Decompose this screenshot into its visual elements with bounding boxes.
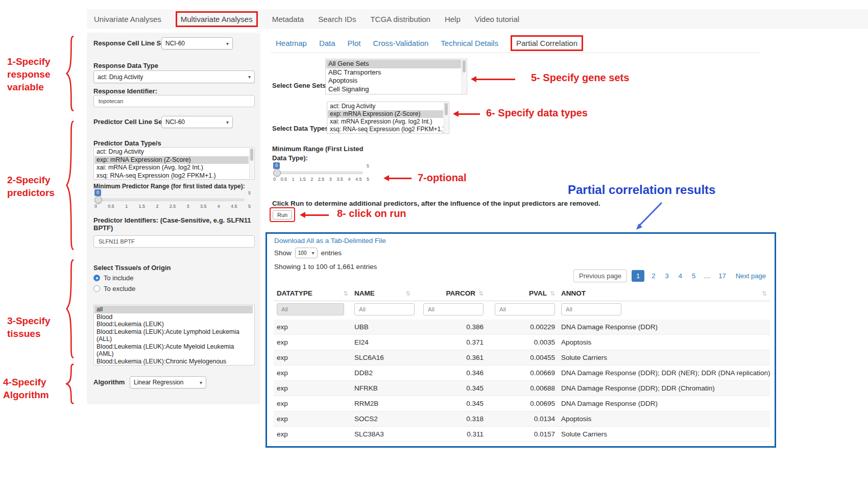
- table-filter-row: [274, 301, 770, 320]
- slider-value-badge: 0: [94, 189, 101, 196]
- predictor-range-slider[interactable]: 0 5 00.511.522.533.544.55: [94, 189, 251, 210]
- table-row[interactable]: expUBB0.3860.00229DNA Damage Response (D…: [274, 320, 770, 335]
- tissue-list[interactable]: allBloodBlood:Leukemia (LEUK)Blood:Leuke…: [93, 305, 255, 365]
- next-page-button[interactable]: Next page: [733, 270, 768, 282]
- show-entries-value: 100: [298, 250, 307, 256]
- option-blood-leukemia-leuk-acute-lymphoid-leukemia-all[interactable]: Blood:Leukemia (LEUK):Acute Lymphoid Leu…: [94, 328, 253, 343]
- nav-item-multivariate-analyses[interactable]: Multivariate Analyses: [176, 11, 258, 27]
- option-exp-mrna-expression-z-score[interactable]: exp: mRNA Expression (Z-Score): [94, 156, 249, 164]
- response-data-type-select[interactable]: act: Drug Activity ▾: [93, 70, 255, 83]
- slider-track[interactable]: [95, 199, 245, 201]
- page-button-4[interactable]: 4: [676, 270, 685, 282]
- radio-button-icon[interactable]: [93, 285, 100, 292]
- scrollbar[interactable]: [249, 148, 254, 179]
- scrollbar-thumb[interactable]: [250, 149, 253, 161]
- previous-page-button[interactable]: Previous page: [573, 270, 627, 282]
- nav-item-univariate-analyses[interactable]: Univariate Analyses: [94, 15, 161, 23]
- radio-to-exclude[interactable]: To exclude: [93, 285, 135, 292]
- sort-icon[interactable]: ⇅: [343, 290, 348, 297]
- scrollbar-thumb[interactable]: [463, 60, 466, 72]
- tab-technical-details[interactable]: Technical Details: [441, 39, 498, 47]
- option-act-drug-activity[interactable]: act: Drug Activity: [328, 103, 443, 110]
- column-header-name[interactable]: NAME⇅: [351, 287, 414, 301]
- annotation-step7: 7-optional: [418, 172, 467, 184]
- table-row[interactable]: expSOCS20.3180.0134Apoptosis: [274, 411, 770, 427]
- page-button-1[interactable]: 1: [632, 270, 644, 282]
- min-range-slider[interactable]: 0 5 00.511.522.533.544.55: [273, 162, 369, 183]
- nav-item-help[interactable]: Help: [445, 15, 461, 23]
- column-header-datatype[interactable]: DATATYPE⇅: [274, 287, 351, 301]
- scrollbar-thumb[interactable]: [445, 103, 448, 115]
- data-types-list[interactable]: act: Drug Activityexp: mRNA Expression (…: [327, 102, 449, 134]
- filter-input-pval[interactable]: [495, 303, 555, 315]
- option-act-drug-activity[interactable]: act: Drug Activity: [94, 148, 249, 156]
- nav-item-tcga-distribution[interactable]: TCGA distribution: [370, 15, 430, 23]
- nav-item-search-ids[interactable]: Search IDs: [318, 15, 356, 23]
- option-xai-mrna-expression-avg-log2-int[interactable]: xai: mRNA Expression (Avg. log2 Int.): [328, 118, 443, 126]
- predictor-data-type-list[interactable]: act: Drug Activityexp: mRNA Expression (…: [93, 147, 255, 180]
- option-cell-signaling[interactable]: Cell Signaling: [326, 85, 461, 94]
- nav-item-video-tutorial[interactable]: Video tutorial: [475, 15, 519, 23]
- table-row[interactable]: expSLC6A160.3610.00455Solute Carriers: [274, 350, 770, 365]
- tab-plot[interactable]: Plot: [348, 39, 361, 47]
- option-all-gene-sets[interactable]: All Gene Sets: [326, 60, 461, 68]
- filter-cell-datatype: [274, 301, 351, 320]
- run-instruction: Click Run to determine additional predic…: [272, 200, 600, 207]
- response-cell-line-set-select[interactable]: NCI-60 ▾: [161, 37, 233, 50]
- option-blood-leukemia-leuk-acute-myeloid-leukemia-aml[interactable]: Blood:Leukemia (LEUK):Acute Myeloid Leuk…: [94, 343, 253, 358]
- column-header-annot[interactable]: ANNOT⇅: [558, 287, 770, 301]
- slider-handle[interactable]: [273, 169, 281, 177]
- option-apoptosis[interactable]: Apoptosis: [326, 77, 461, 85]
- gene-sets-list[interactable]: All Gene SetsABC TransportersApoptosisCe…: [325, 59, 467, 94]
- predictor-cell-line-set-select[interactable]: NCI-60 ▾: [161, 116, 233, 128]
- predictor-identifiers-input[interactable]: SLFN11 BPTF: [93, 235, 255, 248]
- tab-cross-validation[interactable]: Cross-Validation: [373, 39, 428, 47]
- option-blood[interactable]: Blood: [94, 313, 253, 321]
- filter-input-parcor[interactable]: [423, 303, 484, 315]
- sort-icon[interactable]: ⇅: [550, 290, 555, 297]
- table-row[interactable]: expNFRKB0.3450.00688DNA Damage Response …: [274, 381, 770, 396]
- table-row[interactable]: expRRM2B0.3450.00695DNA Damage Response …: [274, 396, 770, 411]
- sort-icon[interactable]: ⇅: [762, 290, 767, 297]
- option-abc-transporters[interactable]: ABC Transporters: [326, 68, 461, 77]
- sort-icon[interactable]: ⇅: [478, 290, 484, 297]
- algorithm-select[interactable]: Linear Regression ▾: [130, 376, 206, 388]
- column-header-pval[interactable]: PVAL⇅: [487, 287, 558, 301]
- filter-input-name[interactable]: [354, 303, 415, 315]
- run-button[interactable]: Run: [273, 210, 292, 219]
- table-row[interactable]: expEI240.3710.0035Apoptosis: [274, 335, 770, 350]
- option-xsq-rna-seq-expression-log2-fpkm-1[interactable]: xsq: RNA-seq Expression (log2 FPKM+1.): [94, 172, 249, 180]
- radio-to-include[interactable]: To include: [93, 274, 134, 282]
- option-all[interactable]: all: [94, 306, 253, 313]
- scrollbar[interactable]: [462, 60, 466, 93]
- download-link[interactable]: Download All as a Tab-Delimited File: [274, 237, 386, 245]
- table-row[interactable]: expSLC38A30.3110.0157Solute Carriers: [274, 427, 770, 442]
- column-header-parcor[interactable]: PARCOR⇅: [414, 287, 487, 301]
- response-identifier-input[interactable]: topotecan: [93, 95, 255, 107]
- cell-annot: Solute Carriers: [558, 350, 770, 365]
- page-button-17[interactable]: 17: [716, 270, 728, 282]
- scrollbar[interactable]: [444, 103, 448, 133]
- slider-tick-label: 3.5: [200, 204, 207, 209]
- cell-name: SLC38A3: [351, 427, 414, 442]
- slider-handle[interactable]: [94, 196, 102, 204]
- filter-input-datatype[interactable]: [277, 303, 344, 315]
- sort-icon[interactable]: ⇅: [405, 290, 411, 297]
- tab-data[interactable]: Data: [319, 39, 335, 47]
- slider-track[interactable]: [274, 172, 363, 174]
- option-xsq-rna-seq-expression-log2-fpkm-1[interactable]: xsq: RNA-seq Expression (log2 FPKM+1.): [328, 126, 443, 133]
- option-blood-leukemia-leuk[interactable]: Blood:Leukemia (LEUK): [94, 321, 253, 328]
- option-blood-leukemia-leuk-chronic-myelogenous-leukemia-cml[interactable]: Blood:Leukemia (LEUK):Chronic Myelogenou…: [94, 358, 253, 366]
- page-button-2[interactable]: 2: [649, 270, 658, 282]
- option-xai-mrna-expression-avg-log2-int[interactable]: xai: mRNA Expression (Avg. log2 Int.): [94, 164, 249, 172]
- table-row[interactable]: expDDB20.3460.00669DNA Damage Response (…: [274, 365, 770, 381]
- page-button-3[interactable]: 3: [663, 270, 671, 282]
- tab-partial-correlation[interactable]: Partial Correlation: [511, 35, 583, 51]
- page-button-5[interactable]: 5: [689, 270, 698, 282]
- radio-button-icon[interactable]: [93, 275, 100, 281]
- nav-item-metadata[interactable]: Metadata: [272, 15, 304, 23]
- show-entries-select[interactable]: 100 ▾: [295, 248, 318, 258]
- option-exp-mrna-expression-z-score[interactable]: exp: mRNA Expression (Z-Score): [328, 110, 443, 118]
- filter-input-annot[interactable]: [561, 303, 621, 315]
- tab-heatmap[interactable]: Heatmap: [276, 39, 307, 47]
